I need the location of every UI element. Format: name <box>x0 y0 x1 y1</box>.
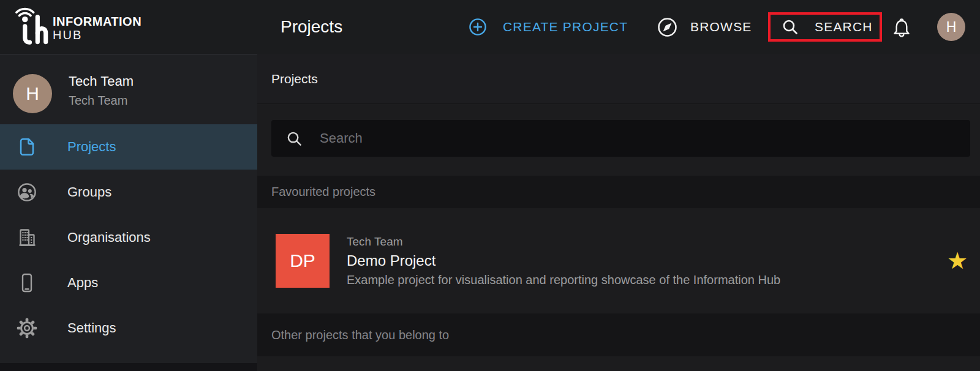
project-search-input[interactable] <box>320 130 958 146</box>
main-page-header: Projects <box>257 54 980 104</box>
bell-icon <box>891 16 913 38</box>
project-list-item[interactable]: DP Tech Team Demo Project Example projec… <box>257 208 980 313</box>
sidebar-nav: Projects Groups <box>0 124 257 351</box>
favourite-star-icon[interactable]: ★ <box>947 249 968 272</box>
search-label: SEARCH <box>815 20 873 34</box>
search-icon <box>286 130 303 147</box>
sidebar-item-label: Organisations <box>67 230 151 245</box>
main-content: Projects Favourited projects DP Tech Tea… <box>257 54 980 371</box>
search-button[interactable]: SEARCH <box>782 18 873 36</box>
information-hub-logo-icon <box>11 6 49 51</box>
file-icon <box>15 136 39 158</box>
project-search-bar <box>271 120 970 157</box>
groups-icon <box>15 181 39 203</box>
sidebar: H Tech Team Tech Team Projects <box>0 54 257 371</box>
app-logo: INFORMATION HUB <box>11 4 256 53</box>
brand-name-line2: HUB <box>53 28 141 42</box>
sidebar-item-settings[interactable]: Settings <box>0 305 257 351</box>
sidebar-item-label: Projects <box>67 139 116 155</box>
plus-circle-icon <box>469 18 487 36</box>
search-icon <box>782 18 799 36</box>
other-projects-section-header: Other projects that you belong to <box>257 313 980 356</box>
notifications-button[interactable] <box>891 16 913 38</box>
favourites-section-label: Favourited projects <box>271 185 375 199</box>
team-name: Tech Team <box>69 73 134 89</box>
user-avatar[interactable]: H <box>937 13 965 41</box>
team-subtitle: Tech Team <box>69 94 127 108</box>
sidebar-item-label: Settings <box>67 320 116 336</box>
compass-icon <box>657 17 678 38</box>
project-name: Demo Project <box>347 250 780 271</box>
page-title: Projects <box>281 0 342 54</box>
brand-name-line1: INFORMATION <box>53 15 141 28</box>
sidebar-item-organisations[interactable]: Organisations <box>0 215 257 260</box>
sidebar-item-label: Apps <box>67 275 98 291</box>
buildings-icon <box>15 227 39 249</box>
sidebar-item-label: Groups <box>67 184 111 200</box>
project-avatar: DP <box>276 234 330 288</box>
project-description: Example project for visualisation and re… <box>347 271 780 289</box>
sidebar-bottom-strip <box>0 363 257 371</box>
main-page-header-title: Projects <box>271 54 318 104</box>
gear-icon <box>15 317 39 339</box>
browse-button[interactable]: BROWSE <box>657 0 752 54</box>
sidebar-item-projects[interactable]: Projects <box>0 124 257 170</box>
annotation-highlight: SEARCH <box>768 12 882 42</box>
topbar: INFORMATION HUB Projects CREATE PROJECT … <box>0 0 980 54</box>
team-header[interactable]: H Tech Team Tech Team <box>0 54 257 124</box>
sidebar-item-apps[interactable]: Apps <box>0 260 257 305</box>
other-projects-section-label: Other projects that you belong to <box>271 328 449 342</box>
sidebar-item-groups[interactable]: Groups <box>0 170 257 215</box>
project-team-name: Tech Team <box>347 233 780 250</box>
create-project-button[interactable]: CREATE PROJECT <box>469 0 628 54</box>
browse-label: BROWSE <box>690 20 752 34</box>
team-avatar[interactable]: H <box>13 74 52 113</box>
favourites-section-header: Favourited projects <box>257 176 980 208</box>
create-project-label: CREATE PROJECT <box>503 20 628 34</box>
phone-icon <box>15 272 39 294</box>
